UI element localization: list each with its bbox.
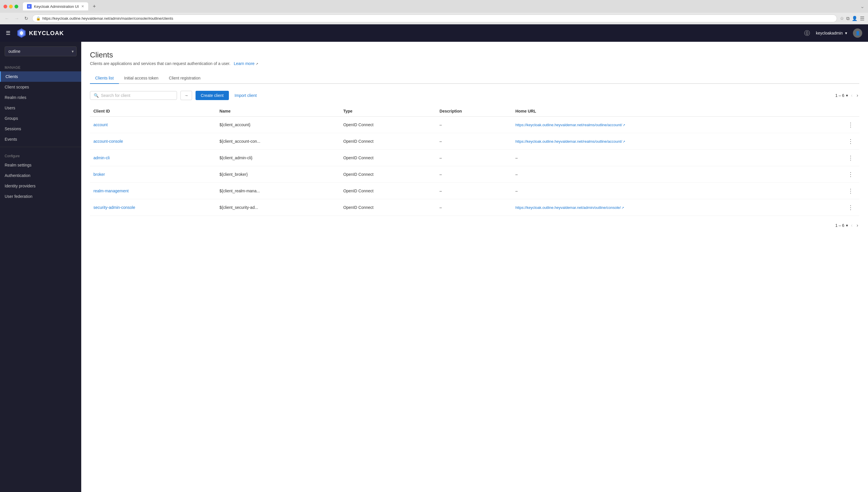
sidebar-item-authentication-label: Authentication (5, 173, 30, 178)
row-menu-button[interactable]: ⋮ (845, 153, 856, 163)
maximize-button[interactable] (15, 5, 18, 8)
address-bar[interactable]: 🔒 https://keycloak.outline.heyvaldemar.n… (32, 15, 837, 22)
realm-selector[interactable]: outline master ▾ (5, 46, 77, 56)
table-row: admin-cli${client_admin-cli}OpenID Conne… (90, 150, 859, 166)
row-menu-button[interactable]: ⋮ (845, 170, 856, 179)
sidebar-item-realm-settings[interactable]: Realm settings (0, 160, 81, 170)
address-url: https://keycloak.outline.heyvaldemar.net… (42, 16, 833, 21)
sidebar-item-events-label: Events (5, 137, 17, 142)
bookmark-icon[interactable]: ☆ (840, 16, 844, 21)
search-icon: 🔍 (94, 93, 99, 98)
row-menu-button[interactable]: ⋮ (845, 120, 856, 129)
client-id-link[interactable]: admin-cli (93, 155, 110, 160)
external-link-icon: ↗ (623, 123, 625, 127)
clients-toolbar: 🔍 → Create client Import client 1 – 6 ▾ … (90, 91, 859, 100)
tab-initial-access-token[interactable]: Initial access token (119, 73, 164, 84)
client-name: ${client_account-con... (216, 133, 340, 150)
main-content: Clients Clients are applications and ser… (81, 42, 868, 492)
sidebar-item-sessions[interactable]: Sessions (0, 124, 81, 134)
user-menu-button[interactable]: keycloakadmin ▾ (816, 31, 847, 35)
profile-icon[interactable]: 👤 (852, 16, 858, 21)
client-home-url[interactable]: https://keycloak.outline.heyvaldemar.net… (512, 199, 814, 216)
client-description: – (436, 150, 512, 166)
search-box: 🔍 (90, 91, 177, 100)
sidebar-item-realm-roles[interactable]: Realm roles (0, 92, 81, 103)
sidebar-toggle-button[interactable]: ☰ (6, 30, 10, 36)
sidebar-item-identity-providers[interactable]: Identity providers (0, 181, 81, 191)
client-id-link[interactable]: realm-management (93, 189, 128, 193)
search-go-button[interactable]: → (180, 91, 192, 100)
table-footer: 1 – 6 ▾ ‹ › (90, 222, 859, 229)
client-id-link[interactable]: account (93, 122, 108, 127)
client-home-url[interactable]: https://keycloak.outline.heyvaldemar.net… (512, 133, 814, 150)
col-header-client-id: Client ID (90, 106, 216, 117)
logo-text: KEYCLOAK (29, 30, 64, 36)
client-id-link[interactable]: account-console (93, 139, 123, 144)
tab-close-button[interactable]: ✕ (81, 4, 84, 8)
sidebar-item-authentication[interactable]: Authentication (0, 170, 81, 181)
sidebar-item-events[interactable]: Events (0, 134, 81, 145)
footer-pagination-prev-button[interactable]: ‹ (850, 222, 853, 229)
new-tab-button[interactable]: + (91, 3, 98, 9)
col-header-type: Type (340, 106, 436, 117)
external-link-icon: ↗ (255, 62, 258, 66)
reload-button[interactable]: ↻ (23, 15, 29, 22)
sidebar-item-sessions-label: Sessions (5, 126, 21, 131)
tab-expand-button[interactable]: ⌄ (860, 3, 865, 9)
help-button[interactable]: ⓪ (804, 29, 810, 37)
manage-section-label: Manage (0, 61, 81, 71)
user-name-label: keycloakadmin (816, 31, 843, 35)
client-description: – (436, 199, 512, 216)
realm-dropdown[interactable]: outline master (5, 46, 77, 56)
user-dropdown-icon: ▾ (845, 31, 847, 35)
create-client-button[interactable]: Create client (196, 91, 229, 100)
client-name: ${client_broker} (216, 166, 340, 183)
sidebar-item-client-scopes-label: Client scopes (5, 85, 29, 89)
tabs-bar: Clients list Initial access token Client… (90, 73, 859, 84)
footer-pagination-next-button[interactable]: › (855, 222, 859, 229)
pagination-next-button[interactable]: › (855, 92, 859, 99)
pagination-prev-button[interactable]: ‹ (850, 92, 853, 99)
app-header: ☰ KEYCLOAK ⓪ keycloakadmin ▾ 👤 (0, 24, 868, 42)
sidebar-item-user-federation[interactable]: User federation (0, 191, 81, 202)
browser-tab[interactable]: K Keycloak Administration UI ✕ (23, 2, 88, 10)
tab-client-registration[interactable]: Client registration (164, 73, 206, 84)
row-menu-button[interactable]: ⋮ (845, 137, 856, 146)
row-menu-button[interactable]: ⋮ (845, 203, 856, 212)
client-type: OpenID Connect (340, 150, 436, 166)
minimize-button[interactable] (9, 5, 13, 8)
close-button[interactable] (3, 5, 7, 8)
back-button[interactable]: ← (3, 15, 10, 22)
client-id-link[interactable]: broker (93, 172, 105, 177)
browser-menu-button[interactable]: ☰ (860, 16, 865, 22)
client-type: OpenID Connect (340, 117, 436, 133)
tab-clients-list[interactable]: Clients list (90, 73, 119, 84)
security-icon: 🔒 (36, 16, 41, 21)
search-input[interactable] (101, 93, 173, 98)
sidebar-item-groups[interactable]: Groups (0, 113, 81, 124)
external-link-icon: ↗ (623, 140, 625, 143)
client-type: OpenID Connect (340, 133, 436, 150)
sidebar-divider (0, 147, 81, 147)
keycloak-logo[interactable]: KEYCLOAK (16, 28, 64, 38)
row-menu-button[interactable]: ⋮ (845, 186, 856, 196)
sidebar-item-groups-label: Groups (5, 116, 18, 121)
learn-more-link[interactable]: Learn more (234, 61, 255, 66)
forward-button[interactable]: → (13, 15, 20, 22)
client-home-url[interactable]: https://keycloak.outline.heyvaldemar.net… (512, 117, 814, 133)
col-header-description: Description (436, 106, 512, 117)
extensions-icon[interactable]: ⧉ (846, 16, 849, 21)
user-avatar[interactable]: 👤 (853, 28, 862, 38)
tab-title: Keycloak Administration UI (34, 4, 79, 9)
pagination-label: 1 – 6 (835, 93, 844, 98)
sidebar-item-users[interactable]: Users (0, 103, 81, 113)
client-id-link[interactable]: security-admin-console (93, 205, 135, 210)
pagination-dropdown-icon[interactable]: ▾ (846, 93, 848, 98)
table-row: realm-management${client_realm-mana...Op… (90, 183, 859, 199)
sidebar-item-client-scopes[interactable]: Client scopes (0, 82, 81, 92)
import-client-button[interactable]: Import client (232, 91, 259, 100)
footer-pagination-dropdown[interactable]: ▾ (846, 223, 848, 228)
sidebar-item-clients[interactable]: Clients (0, 71, 81, 82)
pagination-info: 1 – 6 ▾ ‹ › (835, 92, 859, 99)
tab-favicon: K (27, 4, 32, 9)
